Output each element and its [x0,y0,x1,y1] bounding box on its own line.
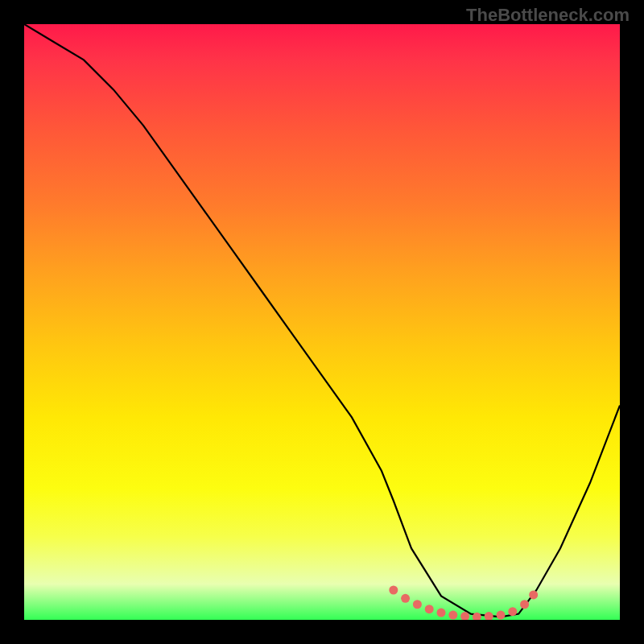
marker-dot [485,612,493,620]
bottleneck-curve [24,24,620,617]
marker-dot [497,611,506,620]
chart-svg [24,24,620,620]
plot-area [24,24,620,620]
marker-dot [401,594,410,603]
marker-dot [508,607,517,616]
marker-dot [520,600,529,609]
marker-dot [389,586,398,595]
marker-dot [425,605,434,613]
recommended-range-dots [389,586,538,621]
marker-dot [437,609,446,617]
marker-dot [413,600,422,609]
marker-dot [529,590,538,599]
marker-dot [448,611,457,620]
watermark-text: TheBottleneck.com [466,5,630,26]
